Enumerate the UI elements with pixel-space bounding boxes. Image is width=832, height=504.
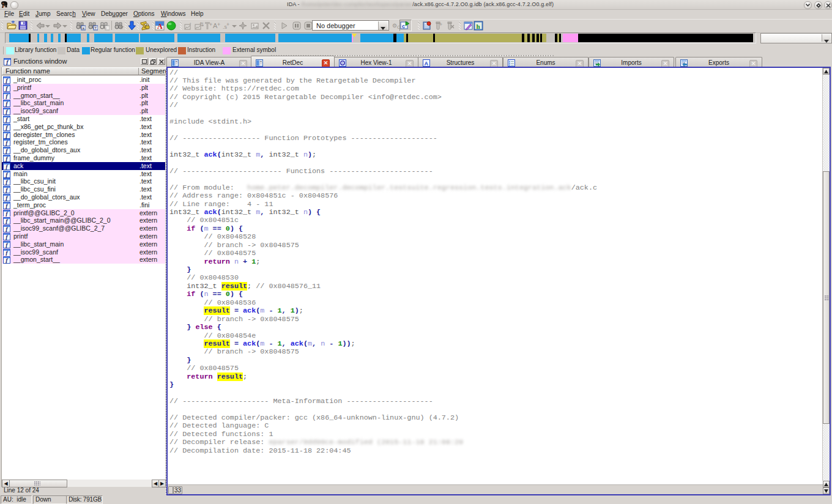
svg-text:+: + — [217, 21, 220, 28]
svg-text:⇅: ⇅ — [199, 21, 204, 28]
svg-text:ί: ί — [106, 26, 107, 30]
svg-text:A: A — [157, 22, 163, 31]
svg-text:+: + — [439, 21, 442, 28]
svg-text:↑: ↑ — [189, 21, 191, 27]
svg-text:T: T — [95, 26, 97, 30]
svg-text:h: h — [477, 23, 480, 30]
svg-text:c: c — [402, 23, 405, 29]
svg-text:⚙: ⚙ — [392, 23, 397, 29]
svg-text:+: + — [226, 21, 229, 28]
